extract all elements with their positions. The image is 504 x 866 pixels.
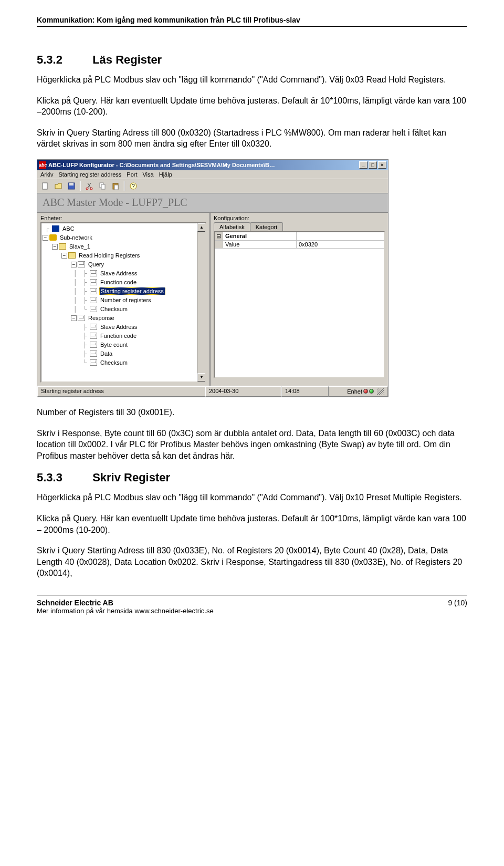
status-date: 2004-03-30 — [205, 386, 281, 397]
para: Skriv in Query Starting Adress till 800 … — [37, 127, 467, 150]
envelope-icon — [90, 297, 97, 303]
statusbar: Starting register address 2004-03-30 14:… — [37, 386, 388, 397]
tree-func-code[interactable]: Function code — [99, 279, 138, 285]
page-header: Kommunikation: Kom igång med kommunikati… — [37, 16, 467, 27]
svg-rect-2 — [69, 183, 74, 185]
para: Högerklicka på PLC Modbus slav och "lägg… — [37, 74, 467, 86]
envelope-icon — [90, 342, 97, 348]
para: Högerklicka på PLC Modbus slav och "lägg… — [37, 492, 467, 503]
tree-num-registers[interactable]: Number of registers — [99, 297, 152, 303]
envelope-icon — [90, 324, 97, 330]
close-button[interactable]: × — [378, 161, 386, 169]
led-green-icon — [369, 389, 374, 394]
svg-rect-0 — [43, 183, 47, 189]
envelope-icon — [90, 333, 97, 339]
window-title: ABC-LUFP Konfigurator - C:\Documents and… — [48, 162, 359, 168]
open-icon[interactable] — [52, 181, 64, 191]
tree-abc[interactable]: ABC — [61, 225, 76, 232]
tree-view[interactable]: ┌ABC −Sub-network −Slave_1 −Read Holding… — [40, 222, 206, 383]
envelope-icon — [90, 288, 97, 294]
toolbar: ? — [37, 179, 388, 193]
grid-value-field[interactable]: 0x0320 — [297, 241, 384, 248]
heading-num: 5.3.3 — [37, 471, 89, 484]
tab-kategori[interactable]: Kategori — [250, 222, 283, 231]
paste-icon[interactable] — [110, 181, 121, 191]
footer-info: Mer information på vår hemsida www.schne… — [37, 607, 214, 615]
collapse-icon[interactable]: − — [71, 315, 77, 321]
tree-slave1[interactable]: Slave_1 — [68, 243, 91, 250]
menu-arkiv[interactable]: Arkiv — [40, 171, 53, 178]
collapse-icon[interactable]: − — [52, 244, 58, 250]
tab-alfabetisk[interactable]: Alfabetisk — [214, 222, 250, 231]
svg-rect-8 — [114, 185, 118, 190]
menu-visa[interactable]: Visa — [142, 171, 153, 178]
tree-data[interactable]: Data — [99, 350, 113, 357]
heading-title: Skriv Register — [92, 471, 170, 484]
para: Skriv i Response, Byte count till 60 (0x… — [37, 428, 467, 462]
tree-query[interactable]: Query — [87, 261, 105, 267]
tree-checksum[interactable]: Checksum — [99, 306, 129, 312]
collapse-icon[interactable]: − — [43, 235, 48, 241]
tree-response[interactable]: Response — [87, 315, 116, 321]
heading-533: 5.3.3 Skriv Register — [37, 471, 467, 484]
mode-banner: ABC Master Mode - LUFP7_PLC — [37, 193, 388, 212]
envelope-icon — [90, 350, 97, 357]
tree-starting-register-selected[interactable]: Starting register address — [99, 287, 165, 295]
separator — [80, 181, 81, 191]
tree-rhr[interactable]: Read Holding Registers — [78, 252, 141, 259]
collapse-icon[interactable]: − — [71, 262, 77, 267]
para: Number of Registers till 30 (0x001E). — [37, 407, 467, 418]
para: Klicka på Query. Här kan eventuellt Upda… — [37, 513, 467, 535]
new-icon[interactable] — [39, 181, 51, 191]
scroll-up-icon[interactable]: ▲ — [197, 223, 206, 232]
tree-slave-addr[interactable]: Slave Address — [99, 270, 138, 276]
scroll-down-icon[interactable]: ▼ — [197, 373, 206, 382]
grid-value-key: Value — [223, 241, 297, 248]
menu-starting-register[interactable]: Starting register address — [58, 171, 121, 178]
separator — [124, 181, 125, 191]
minimize-button[interactable]: _ — [359, 161, 368, 169]
para: Klicka på Query. Här kan eventuellt Upda… — [37, 95, 467, 118]
menu-port[interactable]: Port — [127, 171, 137, 178]
para: Skriv i Query Starting Adress till 830 (… — [37, 545, 467, 579]
heading-num: 5.3.2 — [37, 53, 89, 67]
abc-node-icon — [52, 225, 59, 232]
page-footer: Schneider Electric AB Mer information på… — [37, 595, 467, 615]
folder-icon — [59, 243, 66, 250]
info-icon[interactable]: ? — [128, 181, 139, 191]
footer-company: Schneider Electric AB — [37, 599, 214, 607]
svg-point-4 — [90, 188, 92, 190]
grid-general-label: General — [223, 232, 297, 240]
tree-slave-addr2[interactable]: Slave Address — [99, 324, 138, 330]
envelope-icon — [90, 279, 97, 285]
envelope-icon — [90, 270, 97, 276]
cut-icon[interactable] — [83, 181, 95, 191]
scrollbar[interactable]: ▲ ▼ — [197, 223, 205, 382]
svg-rect-6 — [101, 184, 105, 189]
envelope-icon — [90, 306, 97, 312]
page-number: 9 (10) — [448, 599, 467, 615]
tree-checksum2[interactable]: Checksum — [99, 359, 129, 366]
left-pane: Enheter: ┌ABC −Sub-network −Slave_1 −Rea… — [37, 213, 211, 386]
menu-hjalp[interactable]: Hjälp — [159, 171, 172, 178]
right-pane-label: Konfiguration: — [214, 215, 385, 221]
status-context: Starting register address — [37, 386, 205, 397]
titlebar: abc ABC-LUFP Konfigurator - C:\Documents… — [37, 160, 388, 170]
property-grid[interactable]: ⊟ General Value 0x0320 — [214, 231, 385, 378]
copy-icon[interactable] — [97, 181, 108, 191]
left-pane-label: Enheter: — [40, 215, 206, 221]
svg-text:?: ? — [132, 183, 135, 189]
envelope-icon — [78, 315, 85, 321]
right-pane: Konfiguration: Alfabetisk Kategori ⊟ Gen… — [211, 213, 388, 386]
collapse-icon[interactable]: − — [61, 253, 67, 259]
tree-byte-count[interactable]: Byte count — [99, 342, 129, 348]
save-icon[interactable] — [66, 181, 77, 191]
expand-general-icon[interactable]: ⊟ — [215, 232, 223, 240]
subnetwork-icon — [49, 234, 57, 241]
resize-grip-icon[interactable] — [377, 388, 384, 395]
folder-icon — [68, 252, 76, 259]
maximize-button[interactable]: □ — [369, 161, 377, 169]
tree-func-code2[interactable]: Function code — [99, 333, 138, 339]
heading-title: Läs Register — [92, 53, 162, 66]
tree-subnetwork[interactable]: Sub-network — [59, 234, 93, 241]
